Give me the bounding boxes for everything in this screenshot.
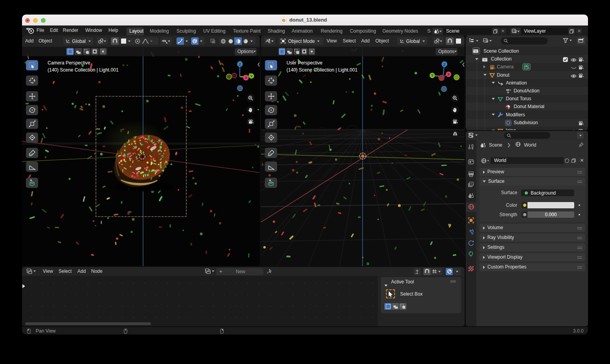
svg-text:Y: Y	[431, 73, 434, 77]
svg-text:Z: Z	[239, 62, 241, 66]
svg-text:X: X	[245, 75, 248, 80]
svg-text:X: X	[447, 72, 450, 76]
svg-text:Y: Y	[250, 74, 253, 78]
svg-text:Z: Z	[443, 62, 446, 66]
